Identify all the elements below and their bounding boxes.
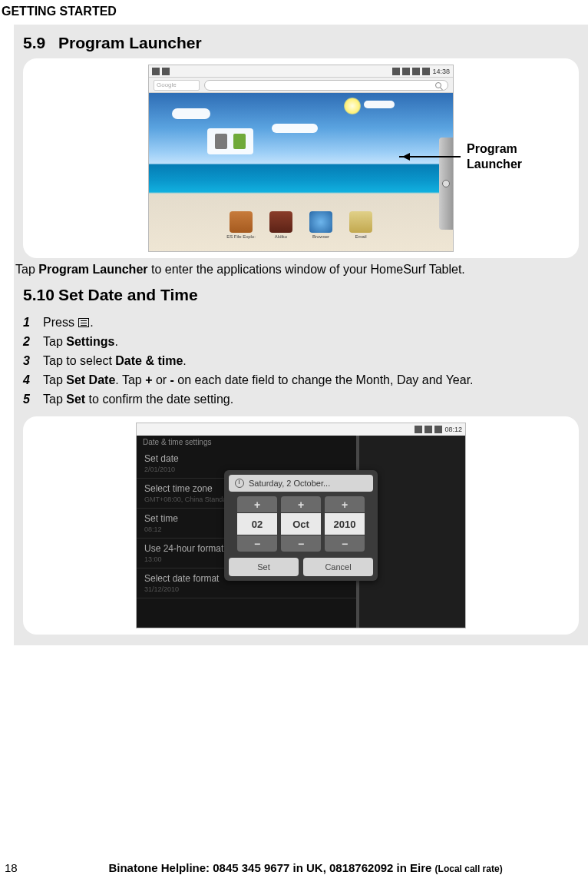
step-3: 3 Tap to select Date & time. (23, 354, 580, 368)
dialog-title: Saturday, 2 October... (229, 475, 373, 492)
year-value[interactable]: 2010 (325, 513, 365, 535)
month-value[interactable]: Oct (281, 513, 321, 535)
screenshot-card-2: 08:12 Date & time settings Set date2/01/… (23, 416, 579, 635)
battery-icon (402, 68, 410, 75)
page-header: GETTING STARTED (0, 0, 588, 22)
section-heading: Program Launcher (58, 34, 202, 51)
dock-label: Email (355, 234, 366, 239)
program-launcher-callout: ProgramLauncher (399, 141, 522, 172)
month-spinner: + Oct − (281, 496, 321, 552)
section-5-10-title: 5.10Set Date and Time (14, 278, 588, 309)
launcher-knob-icon (442, 180, 450, 187)
step-2: 2 Tap Settings. (23, 335, 580, 349)
cloud-graphic (172, 108, 210, 119)
search-input[interactable] (204, 80, 448, 91)
status-icon (152, 68, 160, 75)
status-bar: 08:12 (137, 423, 465, 436)
section-5-9-body: Tap Program Launcher to enter the applic… (14, 260, 588, 278)
section-number: 5.10 (23, 286, 58, 304)
set-button[interactable]: Set (229, 558, 299, 576)
home-widget[interactable] (207, 128, 253, 154)
widget-icon (215, 134, 227, 149)
google-logo-box[interactable]: Google (154, 80, 200, 91)
main-content: 5.9Program Launcher 14:38 (14, 25, 588, 645)
alarm-icon (422, 68, 430, 75)
status-icon (162, 68, 170, 75)
browser-icon (309, 211, 332, 233)
day-spinner: + 02 − (237, 496, 277, 552)
month-minus-button[interactable]: − (281, 535, 321, 552)
cancel-button[interactable]: Cancel (303, 558, 373, 576)
email-icon (349, 211, 372, 233)
dock-app-esfile[interactable]: ES File Explo: (226, 211, 256, 242)
aldiko-icon (269, 211, 292, 233)
dock-app-aldiko[interactable]: Aldiko (266, 211, 296, 242)
status-time: 08:12 (444, 426, 462, 433)
step-number: 1 (23, 316, 35, 330)
clock-icon (235, 479, 244, 488)
step-5: 5 Tap Set to confirm the date setting. (23, 393, 580, 406)
step-4: 4 Tap Set Date. Tap + or - on each date … (23, 373, 580, 387)
year-plus-button[interactable]: + (325, 496, 365, 513)
dock-label: ES File Explo: (226, 234, 256, 239)
arrow-icon (399, 156, 461, 157)
steps-list: 1 Press . 2 Tap Settings. 3 Tap to selec… (14, 309, 588, 415)
dock-app-browser[interactable]: Browser (306, 211, 336, 242)
section-5-9-title: 5.9Program Launcher (14, 31, 588, 57)
year-minus-button[interactable]: − (325, 535, 365, 552)
day-minus-button[interactable]: − (237, 535, 277, 552)
status-bar: 14:38 (149, 65, 453, 78)
callout-label: ProgramLauncher (467, 141, 522, 172)
set-date-dialog: Saturday, 2 October... + 02 − + Oct − (224, 470, 378, 581)
step-number: 2 (23, 335, 35, 349)
signal-icon (412, 68, 420, 75)
dock: ES File Explo: Aldiko Browser Email (226, 211, 376, 242)
page-footer: 18 Binatone Helpline: 0845 345 9677 in U… (0, 861, 588, 874)
status-icon (424, 426, 432, 433)
widget-icon (233, 134, 246, 149)
step-1: 1 Press . (23, 316, 580, 330)
section-number: 5.9 (23, 34, 58, 52)
settings-header: Date & time settings (137, 436, 356, 449)
dock-label: Aldiko (275, 234, 287, 239)
year-spinner: + 2010 − (325, 496, 365, 552)
search-bar: Google (149, 78, 453, 93)
month-plus-button[interactable]: + (281, 496, 321, 513)
menu-icon (78, 318, 89, 327)
sun-graphic (344, 98, 361, 114)
file-icon (230, 211, 253, 233)
status-time: 14:38 (432, 68, 450, 75)
status-icon (434, 426, 442, 433)
screenshot-card-1: 14:38 Google ES F (23, 58, 579, 258)
step-number: 5 (23, 393, 35, 406)
day-plus-button[interactable]: + (237, 496, 277, 513)
status-icon (415, 426, 422, 433)
cloud-graphic (364, 101, 395, 108)
footer-helpline: Binatone Helpline: 0845 345 9677 in UK, … (28, 861, 583, 874)
cloud-graphic (272, 124, 318, 133)
wifi-icon (392, 68, 400, 75)
dock-label: Browser (312, 234, 329, 239)
search-icon (435, 82, 441, 88)
dock-app-email[interactable]: Email (345, 211, 376, 242)
step-number: 4 (23, 373, 35, 387)
day-value[interactable]: 02 (237, 513, 277, 535)
page-number: 18 (5, 861, 28, 874)
step-number: 3 (23, 354, 35, 368)
section-heading: Set Date and Time (58, 286, 198, 303)
wallpaper: ES File Explo: Aldiko Browser Email (149, 93, 453, 252)
date-time-screenshot: 08:12 Date & time settings Set date2/01/… (136, 423, 466, 628)
